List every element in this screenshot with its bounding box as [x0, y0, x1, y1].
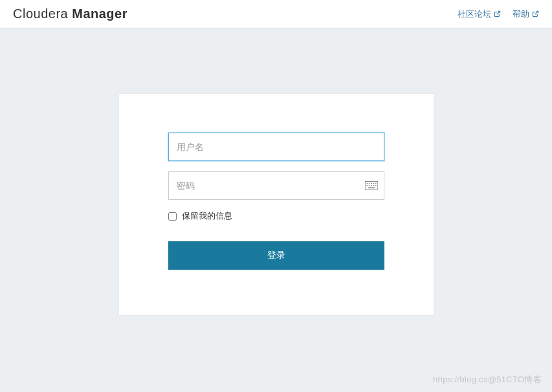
svg-rect-8: [366, 185, 368, 186]
nav-links: 社区论坛 帮助: [458, 8, 539, 20]
svg-rect-3: [366, 183, 368, 184]
svg-rect-6: [373, 183, 374, 184]
svg-line-1: [535, 11, 538, 14]
community-link-label: 社区论坛: [458, 8, 491, 20]
svg-rect-10: [371, 185, 372, 186]
svg-rect-5: [371, 183, 372, 184]
help-link[interactable]: 帮助: [513, 8, 539, 20]
svg-rect-12: [375, 185, 376, 186]
username-group: [168, 133, 384, 161]
community-link[interactable]: 社区论坛: [458, 8, 501, 20]
svg-line-0: [497, 11, 500, 14]
brand-name-bold: Manager: [72, 6, 127, 21]
header-bar: Cloudera Manager 社区论坛 帮助: [0, 0, 552, 28]
svg-rect-9: [368, 185, 370, 186]
external-link-icon: [494, 10, 501, 17]
keyboard-icon: [365, 181, 378, 190]
remember-checkbox[interactable]: [168, 212, 177, 221]
login-card: 保留我的信息 登录: [118, 93, 434, 316]
svg-rect-11: [373, 185, 374, 186]
username-input[interactable]: [168, 133, 384, 161]
password-group: [168, 171, 384, 200]
help-link-label: 帮助: [513, 8, 529, 20]
svg-rect-7: [375, 183, 376, 184]
brand-logo: Cloudera Manager: [13, 6, 127, 21]
external-link-icon: [532, 10, 539, 17]
remember-label: 保留我的信息: [182, 210, 232, 222]
watermark-text: https://blog.cs@51CTO博客: [433, 374, 542, 386]
login-button[interactable]: 登录: [168, 241, 384, 270]
brand-name-light: Cloudera: [13, 6, 72, 21]
password-input[interactable]: [168, 171, 384, 200]
svg-rect-4: [368, 183, 370, 184]
remember-row: 保留我的信息: [168, 210, 384, 222]
svg-rect-13: [368, 188, 375, 189]
